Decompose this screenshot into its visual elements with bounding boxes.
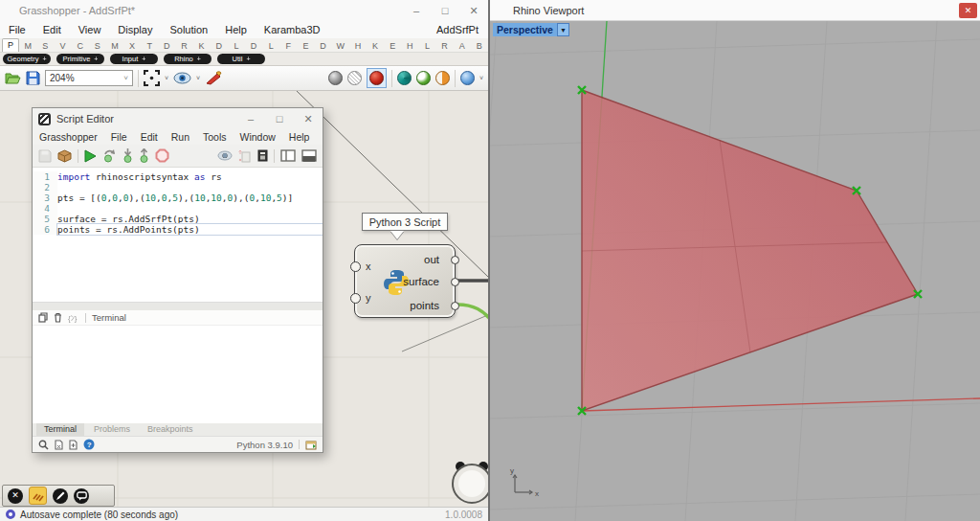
component-tab-22[interactable]: E	[384, 41, 401, 52]
menu-view[interactable]: View	[70, 24, 110, 35]
menu-help[interactable]: Help	[216, 24, 256, 35]
menu-solution[interactable]: Solution	[161, 24, 216, 35]
step-in-icon[interactable]	[122, 148, 133, 163]
component-tab-9[interactable]: D	[158, 41, 175, 52]
copy-icon[interactable]	[38, 312, 48, 323]
input-connector-y[interactable]	[350, 293, 361, 304]
component-tab-14[interactable]: D	[245, 41, 262, 52]
component-tab-21[interactable]: K	[367, 41, 384, 52]
maximize-icon[interactable]: □	[431, 0, 459, 21]
component-tab-24[interactable]: L	[418, 41, 435, 52]
component-tab-13[interactable]: L	[228, 41, 245, 52]
gem-teal-icon[interactable]	[397, 71, 412, 85]
zoom-select[interactable]: 204% ˅	[45, 70, 133, 86]
component-tab-6[interactable]: M	[106, 41, 123, 52]
search-icon[interactable]	[38, 440, 49, 450]
editor-menu-tools[interactable]: Tools	[196, 131, 234, 143]
category-pill-util[interactable]: Util+	[217, 54, 265, 64]
step-out-icon[interactable]	[139, 148, 149, 163]
pencil-widget-icon[interactable]	[53, 488, 68, 504]
close-icon[interactable]: ✕	[459, 0, 488, 21]
environment-icon[interactable]	[305, 440, 317, 450]
component-tab-3[interactable]: V	[54, 41, 71, 52]
display-mode-gray-icon[interactable]	[328, 71, 343, 85]
open-script-doc-icon[interactable]	[257, 149, 268, 162]
component-tab-25[interactable]: R	[436, 41, 454, 52]
menu-edit[interactable]: Edit	[34, 24, 70, 35]
component-tab-27[interactable]: B	[471, 41, 488, 52]
new-script-icon[interactable]	[69, 440, 78, 450]
component-tab-0[interactable]: P	[2, 38, 19, 52]
tab-problems[interactable]: Problems	[86, 423, 138, 436]
stop-icon[interactable]	[155, 148, 169, 163]
output-connector-out[interactable]	[451, 256, 459, 264]
run-script-icon[interactable]	[84, 149, 97, 163]
component-tab-20[interactable]: H	[349, 41, 367, 52]
package-icon[interactable]	[57, 149, 72, 163]
sketch-pen-icon[interactable]	[205, 71, 222, 85]
component-tab-4[interactable]: C	[72, 41, 89, 52]
chevron-down-icon[interactable]: ˅	[165, 75, 168, 81]
editor-menu-edit[interactable]: Edit	[134, 131, 165, 143]
minimize-icon[interactable]: –	[236, 108, 265, 129]
display-mode-wireframe-icon[interactable]	[347, 71, 362, 85]
component-tab-18[interactable]: D	[315, 41, 332, 52]
component-tab-5[interactable]: S	[89, 41, 106, 52]
editor-menu-window[interactable]: Window	[234, 131, 282, 143]
help-icon[interactable]: ?	[83, 439, 95, 450]
editor-menu-run[interactable]: Run	[165, 131, 196, 143]
script-info-icon[interactable]	[55, 440, 63, 450]
component-tab-12[interactable]: D	[211, 41, 228, 52]
chevron-down-icon[interactable]: ˅	[479, 75, 483, 81]
component-tab-23[interactable]: H	[401, 41, 418, 52]
component-tab-15[interactable]: L	[262, 41, 279, 52]
tab-terminal[interactable]: Terminal	[36, 423, 84, 436]
code-editor[interactable]: 1import rhinoscriptsyntax as rs23pts = […	[33, 168, 323, 303]
zoom-extents-icon[interactable]	[144, 70, 160, 86]
hide-widgets-icon[interactable]: ✕	[8, 488, 23, 504]
save-icon[interactable]	[26, 71, 40, 85]
component-tab-11[interactable]: K	[193, 41, 211, 52]
output-connector-surface[interactable]	[451, 278, 459, 286]
component-tab-10[interactable]: R	[175, 41, 192, 52]
maximize-icon[interactable]: □	[265, 108, 294, 129]
chevron-down-icon[interactable]: ▼	[557, 23, 569, 36]
preview-eye-icon[interactable]	[173, 72, 191, 84]
viewport-titlebar[interactable]: Rhino Viewport ✕	[490, 0, 980, 21]
component-tab-17[interactable]: E	[297, 41, 314, 52]
menu-display[interactable]: Display	[109, 24, 161, 35]
category-pill-rhino[interactable]: Rhino+	[164, 54, 212, 64]
layout-left-panel-icon[interactable]	[280, 149, 296, 162]
tab-breakpoints[interactable]: Breakpoints	[140, 423, 201, 436]
active-document-label[interactable]: AddSrfPt	[436, 24, 488, 35]
sphere-blue-icon[interactable]	[460, 71, 475, 85]
category-pill-input[interactable]: Input+	[110, 54, 158, 64]
save-script-icon[interactable]	[38, 149, 52, 163]
chevron-down-icon[interactable]: ˅	[196, 75, 200, 81]
word-wrap-icon[interactable]: {ﾝ}	[68, 313, 79, 323]
editor-menu-help[interactable]: Help	[282, 131, 317, 143]
python-script-component[interactable]: x y out surface points	[354, 244, 456, 318]
component-tab-1[interactable]: M	[19, 41, 36, 52]
close-icon[interactable]: ✕	[294, 108, 323, 129]
close-icon[interactable]: ✕	[959, 3, 977, 18]
menu-karamba3d[interactable]: Karamba3D	[256, 24, 329, 35]
component-tab-8[interactable]: T	[141, 41, 158, 52]
clear-terminal-trash-icon[interactable]	[54, 312, 62, 323]
comment-widget-icon[interactable]	[74, 488, 89, 504]
component-tab-19[interactable]: W	[332, 41, 349, 52]
menu-file[interactable]: File	[0, 24, 34, 35]
widget-selected-button[interactable]	[29, 487, 47, 505]
publish-component-icon[interactable]	[238, 149, 252, 163]
terminal-output[interactable]	[33, 326, 323, 423]
input-connector-x[interactable]	[350, 261, 361, 272]
component-tab-2[interactable]: S	[36, 41, 54, 52]
gem-green-icon[interactable]	[416, 71, 431, 85]
preview-eye-icon[interactable]	[217, 150, 233, 161]
component-tab-7[interactable]: X	[123, 41, 141, 52]
viewport-view-label[interactable]: Perspective ▼	[493, 23, 569, 36]
minimize-icon[interactable]: –	[402, 0, 431, 21]
panel-splitter[interactable]	[33, 303, 323, 310]
display-mode-shaded-selected[interactable]	[367, 68, 387, 88]
editor-menu-grasshopper[interactable]: Grasshopper	[33, 131, 104, 143]
